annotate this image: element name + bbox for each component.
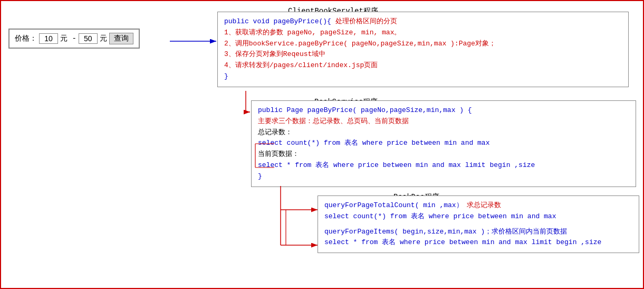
dao-spacer (324, 222, 632, 227)
client-line-1: public void pageByPrice(){ 处理价格区间的分页 (224, 16, 622, 27)
code-span: select count(*) from 表名 where price betw… (258, 139, 489, 147)
dao-line-2: select count(*) from 表名 where price betw… (324, 211, 632, 222)
code-span: public Page pageByPrice( pageNo,pageSize… (258, 106, 472, 114)
service-line-2: 主要求三个数据：总记录数、总页码、当前页数据 (258, 116, 629, 127)
dao-line-4: select * from 表名 where price between min… (324, 237, 632, 248)
service-line-6: select * from 表名 where price between min… (258, 160, 629, 171)
code-span: } (258, 172, 262, 180)
client-line-6: } (224, 71, 622, 82)
main-container: 价格： 元 - 元 查询 ClientBookServlet程序 public … (0, 0, 644, 289)
query-button[interactable]: 查询 (109, 33, 133, 44)
client-line-4: 3、保存分页对象到Reqeust域中 (224, 49, 622, 60)
code-span: select count(*) from 表名 where price betw… (324, 212, 556, 220)
code-span: 4、请求转发到/pages/client/index.jsp页面 (224, 61, 378, 69)
code-span: 总记录数： (258, 128, 292, 136)
service-line-7: } (258, 171, 629, 182)
client-line-2: 1、获取请求的参数 pageNo, pageSize, min, max。 (224, 27, 622, 39)
client-servlet-box: public void pageByPrice(){ 处理价格区间的分页 1、获… (217, 12, 629, 87)
code-span: 1、获取请求的参数 pageNo, pageSize, min, max。 (224, 29, 401, 36)
code-span: 3、保存分页对象到Reqeust域中 (224, 50, 325, 58)
service-line-1: public Page pageByPrice( pageNo,pageSize… (258, 105, 629, 116)
code-span: public void pageByPrice(){ (224, 17, 331, 25)
max-price-input[interactable] (79, 33, 98, 44)
unit2-label: 元 (100, 34, 107, 43)
dao-line-3: queryForPageItems( begin,size,min,max )；… (324, 227, 632, 238)
code-span: select * from 表名 where price between min… (258, 161, 535, 169)
book-service-box: public Page pageByPrice( pageNo,pageSize… (251, 100, 636, 187)
price-label: 价格： (15, 34, 37, 43)
code-span: 主要求三个数据：总记录数、总页码、当前页数据 (258, 117, 409, 125)
service-line-5: 当前页数据： (258, 149, 629, 160)
code-span: queryForPageTotalCount( min ,max） (324, 201, 463, 209)
code-span: select * from 表名 where price between min… (324, 238, 601, 246)
code-span: } (224, 72, 228, 80)
code-span: 处理价格区间的分页 (335, 17, 397, 25)
code-span: 求总记录数 (467, 201, 501, 209)
service-line-4: select count(*) from 表名 where price betw… (258, 138, 629, 149)
code-span: queryForPageItems( begin,size,min,max )；… (324, 228, 567, 236)
code-span: 当前页数据： (258, 150, 299, 158)
unit1-label: 元 - (60, 34, 76, 43)
code-span: 2、调用bookService.pageByPrice( pageNo,page… (224, 40, 496, 48)
min-price-input[interactable] (39, 33, 58, 44)
service-line-3: 总记录数： (258, 127, 629, 138)
book-dao-box: queryForPageTotalCount( min ,max） 求总记录数 … (318, 195, 639, 253)
client-line-5: 4、请求转发到/pages/client/index.jsp页面 (224, 60, 622, 71)
client-line-3: 2、调用bookService.pageByPrice( pageNo,page… (224, 39, 622, 50)
price-filter: 价格： 元 - 元 查询 (8, 29, 140, 49)
dao-line-1: queryForPageTotalCount( min ,max） 求总记录数 (324, 200, 632, 211)
